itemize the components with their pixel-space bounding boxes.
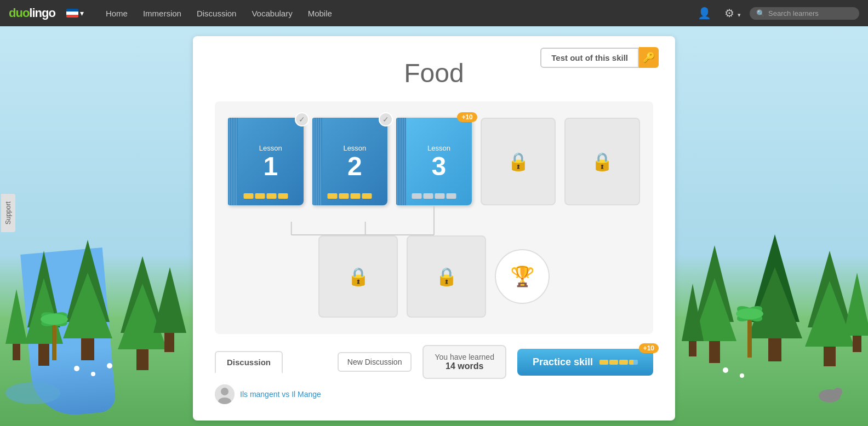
nav-discussion[interactable]: Discussion xyxy=(190,5,243,21)
lock-icon-6: 🔒 xyxy=(347,266,369,287)
test-out-button[interactable]: Test out of this skill xyxy=(540,48,639,68)
logo-area: duolingo xyxy=(9,6,55,20)
search-icon: 🔍 xyxy=(756,9,765,18)
star-11 xyxy=(435,193,444,199)
star-10 xyxy=(423,193,433,199)
top-lessons-row: ✓ Lesson 1 ✓ Lesson 2 xyxy=(228,118,640,205)
lessons-container: ✓ Lesson 1 ✓ Lesson 2 xyxy=(215,101,653,334)
star-5 xyxy=(328,193,338,199)
star-8 xyxy=(362,193,372,199)
search-bar: 🔍 xyxy=(750,7,859,20)
star-3 xyxy=(266,193,276,199)
practice-stars xyxy=(599,360,638,365)
lesson-3-plus-badge: +10 xyxy=(457,112,477,122)
star-12 xyxy=(446,193,456,199)
lesson-3-label: Lesson xyxy=(427,144,450,152)
flag-dropdown-arrow: ▾ xyxy=(80,9,84,18)
logo-duo: duo xyxy=(9,6,29,20)
discussion-tabs-area: Discussion xyxy=(215,351,283,373)
practice-skill-label: Practice skill xyxy=(533,356,593,368)
lesson-5-locked: 🔒 xyxy=(564,118,640,205)
french-flag-icon xyxy=(66,9,78,18)
practice-plus-badge: +10 xyxy=(639,343,659,353)
nav-links: Home Immersion Discussion Vocabulary Mob… xyxy=(99,5,339,21)
lock-icon-4: 🔒 xyxy=(507,151,529,172)
star-9 xyxy=(412,193,421,199)
discussion-tab[interactable]: Discussion xyxy=(215,351,283,373)
svg-point-48 xyxy=(221,388,229,395)
tree-connector xyxy=(228,205,640,235)
language-flag-button[interactable]: ▾ xyxy=(66,9,84,18)
bottom-section: Discussion New Discussion You have learn… xyxy=(215,345,653,379)
trophy-circle: 🏆 xyxy=(495,249,550,304)
lock-icon-5: 🔒 xyxy=(591,151,613,172)
test-out-area: Test out of this skill 🔑 xyxy=(540,47,659,68)
nav-mobile[interactable]: Mobile xyxy=(301,5,339,21)
search-input[interactable] xyxy=(768,9,853,18)
user-profile-button[interactable]: 👤 xyxy=(693,4,716,22)
pstar-4 xyxy=(629,360,638,365)
star-6 xyxy=(339,193,349,199)
words-learned-box: You have learned 14 words xyxy=(422,345,506,379)
lesson-1-check: ✓ xyxy=(295,112,309,126)
discussion-avatar xyxy=(215,384,235,404)
nav-vocabulary[interactable]: Vocabulary xyxy=(245,5,299,21)
bottom-lessons-row: 🔒 🔒 🏆 xyxy=(228,235,640,318)
lock-icon-7: 🔒 xyxy=(436,266,458,287)
lesson-1-number: 1 xyxy=(263,153,278,180)
nav-immersion[interactable]: Immersion xyxy=(136,5,188,21)
star-4 xyxy=(278,193,288,199)
main-card: Test out of this skill 🔑 Food ✓ Lesson 1 xyxy=(193,36,675,421)
lesson-1-label: Lesson xyxy=(259,144,282,152)
lesson-3-book[interactable]: +10 Lesson 3 xyxy=(396,118,472,205)
support-tab[interactable]: Support xyxy=(1,194,15,232)
test-out-key-icon: 🔑 xyxy=(639,47,659,68)
discussion-preview: Ils mangent vs Il Mange xyxy=(215,384,653,404)
discussion-post-link[interactable]: Ils mangent vs Il Mange xyxy=(240,390,321,399)
new-discussion-button[interactable]: New Discussion xyxy=(338,352,412,372)
lesson-1-stars xyxy=(243,193,288,199)
nav-home[interactable]: Home xyxy=(99,5,134,21)
lesson-3-stars xyxy=(412,193,456,199)
pstar-1 xyxy=(599,360,608,365)
lesson-4-locked: 🔒 xyxy=(481,118,556,205)
lesson-2-check: ✓ xyxy=(379,112,393,126)
navbar: duolingo ▾ Home Immersion Discussion Voc… xyxy=(0,0,868,26)
lesson-2-book[interactable]: ✓ Lesson 2 xyxy=(312,118,388,205)
lesson-7-locked: 🔒 xyxy=(407,235,486,318)
settings-dropdown-arrow: ▾ xyxy=(738,11,741,18)
lesson-1-book[interactable]: ✓ Lesson 1 xyxy=(228,118,304,205)
lesson-6-locked: 🔒 xyxy=(318,235,398,318)
nav-right-area: 👤 ⚙ ▾ 🔍 xyxy=(693,4,859,22)
lesson-2-stars xyxy=(328,193,372,199)
pstar-2 xyxy=(609,360,618,365)
logo-text: duolingo xyxy=(9,6,55,20)
star-7 xyxy=(351,193,361,199)
practice-skill-button[interactable]: +10 Practice skill xyxy=(517,349,653,376)
star-1 xyxy=(243,193,253,199)
settings-button[interactable]: ⚙ ▾ xyxy=(720,4,745,22)
words-learned-label: You have learned xyxy=(435,353,494,361)
star-2 xyxy=(255,193,265,199)
pstar-3 xyxy=(619,360,628,365)
page-content: Test out of this skill 🔑 Food ✓ Lesson 1 xyxy=(0,26,868,421)
lesson-2-number: 2 xyxy=(347,153,362,180)
logo-lingo: lingo xyxy=(29,6,55,20)
words-count: 14 words xyxy=(435,361,494,371)
lesson-2-label: Lesson xyxy=(343,144,366,152)
lesson-3-number: 3 xyxy=(432,153,447,180)
